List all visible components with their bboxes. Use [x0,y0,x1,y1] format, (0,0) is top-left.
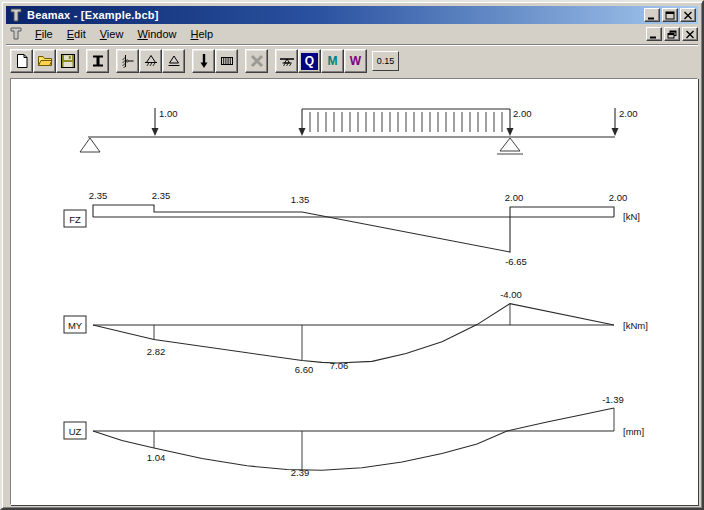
open-file-button[interactable] [33,49,56,73]
document-icon [8,27,24,41]
fixed-support-icon [120,53,136,69]
show-supports-button[interactable] [275,49,298,73]
shear-diagram-fz: FZ 2.35 2.35 1.35 2.00 2.00 -6.65 [kN] [64,190,640,267]
save-floppy-icon [60,53,76,69]
toolbar-separator [79,49,86,73]
delete-button[interactable] [245,49,268,73]
my-curve [93,304,614,363]
open-folder-icon [37,53,53,69]
moment-m-icon: M [328,55,338,67]
i-beam-icon [90,53,106,69]
fz-label: FZ [69,214,81,225]
fixed-support-button[interactable] [116,49,139,73]
my-unit: [kNm] [623,320,648,331]
menu-view[interactable]: View [93,26,131,42]
deflection-diagram-button[interactable]: W [344,49,367,73]
new-document-icon [14,53,30,69]
point-load-button[interactable] [192,49,215,73]
fz-curve [93,205,614,252]
moment-diagram-my: MY 2.82 6.60 7.06 -4.00 [kNm] [64,289,648,375]
beam-analysis-drawing: 1.00 2.00 2.00 [11,79,697,504]
point-load-1: 1.00 [152,108,178,136]
maximize-button[interactable] [662,8,678,22]
title-bar: Beamax - [Example.bcb] [6,6,698,24]
uz-value: 1.04 [147,452,166,463]
my-value: 7.06 [330,360,349,371]
my-label: MY [68,320,83,331]
fz-value: -6.65 [505,256,527,267]
point-load-2-value: 2.00 [619,108,638,119]
toolbar-separator [238,49,245,73]
fz-value: 2.35 [152,190,171,201]
fz-value: 2.35 [89,190,108,201]
distributed-load-value: 2.00 [513,108,532,119]
drawing-canvas[interactable]: 1.00 2.00 2.00 [10,78,698,505]
fz-unit: [kN] [623,211,640,222]
window-title: Beamax - [Example.bcb] [27,9,642,21]
toolbar: Q M W 0.15 [6,44,698,77]
pinned-support-button[interactable] [139,49,162,73]
minimize-button[interactable] [644,8,660,22]
child-restore-button[interactable] [664,27,680,41]
menu-help[interactable]: Help [184,26,221,42]
roller-support-button[interactable] [162,49,185,73]
fz-value: 2.00 [505,192,524,203]
my-value: 2.82 [147,346,166,357]
menu-edit[interactable]: Edit [60,26,93,42]
toolbar-separator [268,49,275,73]
point-load-2: 2.00 [612,108,638,136]
roller-support-icon [500,138,520,151]
toolbar-separator [185,49,192,73]
down-arrow-icon [196,53,212,69]
menu-file[interactable]: File [28,26,60,42]
deflection-diagram-uz: UZ 1.04 2.39 -1.39 [mm] [64,394,644,478]
roller-support-icon [166,53,182,69]
pinned-support-icon [143,53,159,69]
save-button[interactable] [56,49,79,73]
distributed-load: 2.00 [299,108,532,136]
deflection-w-icon: W [350,55,361,67]
pin-support-icon [80,138,100,152]
app-icon [8,7,24,23]
toolbar-separator [109,49,116,73]
close-button[interactable] [680,8,696,22]
fz-value: 2.00 [609,192,628,203]
shear-q-icon: Q [301,53,318,70]
uz-value: 2.39 [291,467,310,478]
uz-curve [93,408,614,470]
distributed-load-icon [219,53,235,69]
uz-value: -1.39 [602,394,624,405]
app-window: Beamax - [Example.bcb] File Edit View Wi… [0,0,704,510]
section-button[interactable] [86,49,109,73]
beam-schematic: 1.00 2.00 2.00 [80,108,638,154]
new-file-button[interactable] [10,49,33,73]
distributed-load-button[interactable] [215,49,238,73]
delete-x-icon [249,53,265,69]
my-value: 6.60 [295,364,314,375]
uz-unit: [mm] [623,426,644,437]
point-load-1-value: 1.00 [159,108,178,119]
fz-value: 1.35 [291,194,310,205]
child-minimize-button[interactable] [646,27,662,41]
scale-display[interactable]: 0.15 [372,51,399,71]
beam-supports-icon [279,53,295,69]
uz-label: UZ [69,426,82,437]
child-close-button[interactable] [682,27,698,41]
menu-window[interactable]: Window [130,26,183,42]
menu-bar: File Edit View Window Help [6,25,698,43]
moment-diagram-button[interactable]: M [321,49,344,73]
shear-diagram-button[interactable]: Q [298,49,321,73]
my-value: -4.00 [500,289,522,300]
